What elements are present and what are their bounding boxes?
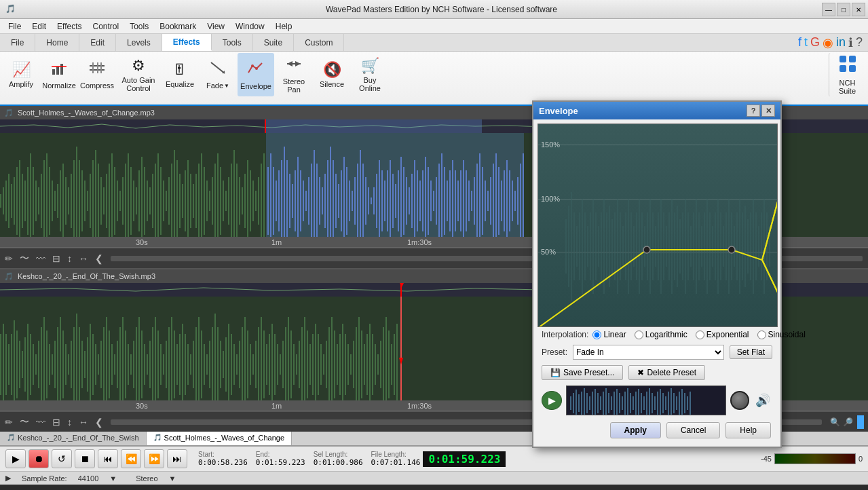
svg-rect-124 [270,153,271,237]
prev-button[interactable]: ⏮ [98,449,118,468]
sample-rate-dropdown[interactable]: ▼ [109,474,117,483]
forward-button[interactable]: ⏩ [144,449,164,468]
stereo-dropdown[interactable]: ▼ [169,474,176,483]
cancel-button[interactable]: Cancel [666,422,720,438]
menu-help[interactable]: Help [270,20,298,33]
rss-icon[interactable]: ◉ [823,35,833,50]
track-2-zoom-out2-icon[interactable]: 🔎 [843,417,853,427]
menu-control[interactable]: Control [88,20,125,33]
svg-rect-324 [269,334,270,395]
tab-effects[interactable]: Effects [162,34,212,51]
rewind-button[interactable]: ⏪ [121,449,141,468]
help-button[interactable]: Help [725,422,771,438]
ribbon-compress[interactable]: Compress [79,53,115,96]
start-label: Start: [198,451,248,458]
envelope-canvas[interactable]: 150% 100% 50% [537,124,778,327]
ribbon-auto-gain[interactable]: ⚙ Auto Gain Control [117,53,160,96]
track-2-wave3-icon[interactable]: ⊟ [50,415,62,429]
radio-logarithmic[interactable]: Logarithmic [635,330,687,339]
track-1-zoom-in-icon[interactable]: ↕ [65,252,74,265]
track-2-arrow-icon[interactable]: ❮ [93,415,105,429]
save-preset-button[interactable]: 💾 Save Preset... [542,365,623,380]
track-1-edit-icon[interactable]: ✏ [3,252,15,265]
track-1-arrow-icon[interactable]: ❮ [93,252,105,265]
info-icon[interactable]: ℹ [848,35,853,50]
radio-linear-input[interactable] [592,331,601,339]
radio-exponential-input[interactable] [696,331,704,339]
minimize-button[interactable]: — [822,3,835,16]
radio-linear[interactable]: Linear [592,330,626,339]
sample-rate-arrow[interactable]: ▶ [5,474,11,483]
ribbon-buy-online[interactable]: 🛒 Buy Online [352,53,388,96]
track-1-wave1-icon[interactable]: 〜 [18,251,31,266]
play-button[interactable]: ▶ [5,449,26,468]
google-icon[interactable]: G [810,35,820,50]
envelope-node-2[interactable] [728,246,735,253]
track-2-wave2-icon[interactable]: 〰 [34,415,48,429]
menu-view[interactable]: View [202,20,230,33]
fade-dropdown-icon[interactable]: ▼ [224,83,229,89]
tab-levels[interactable]: Levels [116,34,162,51]
ribbon-normalize[interactable]: Normalize [41,53,77,96]
facebook-icon[interactable]: f [798,35,801,50]
svg-rect-193 [457,181,459,221]
envelope-node-1[interactable] [643,246,650,253]
svg-rect-258 [90,324,91,400]
dialog-help-button[interactable]: ? [747,105,760,117]
tab-file[interactable]: File [0,34,35,51]
ribbon-stereo-pan[interactable]: Stereo Pan [276,53,312,96]
maximize-button[interactable]: □ [837,3,850,16]
delete-preset-button[interactable]: ✖ Delete Preset [628,365,705,380]
help-ribbon-icon[interactable]: ? [856,35,863,50]
track-1-wave2-icon[interactable]: 〰 [34,252,48,265]
menu-file[interactable]: File [3,20,26,33]
ribbon-nch-suite[interactable]: NCH Suite [829,53,865,96]
tab-custom[interactable]: Custom [294,34,344,51]
ribbon-amplify[interactable]: 📈 Amplify [3,53,39,96]
file-tab-keshco[interactable]: 🎵 Keshco_-_20_-_End_Of_The_Swish [0,430,147,445]
svg-rect-96 [195,174,197,228]
radio-sinusoidal-input[interactable] [757,331,766,339]
set-flat-button[interactable]: Set Flat [730,345,772,359]
tab-tools[interactable]: Tools [212,34,253,51]
radio-logarithmic-input[interactable] [635,331,643,339]
preset-select[interactable]: Fade In Fade Out Fade In/Out [573,345,724,360]
menu-window[interactable]: Window [230,20,270,33]
track-2-zoom-icon[interactable]: 🔍 [830,417,840,427]
loop-button[interactable]: ↺ [52,449,72,468]
tab-home[interactable]: Home [35,34,79,51]
track-1-zoom-out-icon[interactable]: ↔ [77,252,90,265]
ribbon-envelope[interactable]: Envelope [238,53,274,96]
record-button[interactable]: ⏺ [29,449,49,468]
tab-suite[interactable]: Suite [253,34,294,51]
preview-play-button[interactable]: ▶ [542,391,562,410]
ribbon-equalize[interactable]: 🎚 Equalize [162,53,198,96]
track-1-wave3-icon[interactable]: ⊟ [50,252,62,265]
linkedin-icon[interactable]: in [836,35,846,50]
envelope-icon [247,59,265,81]
file-tab-scott[interactable]: 🎵 Scott_Holmes_-_Waves_of_Change [147,430,293,445]
menu-tools[interactable]: Tools [124,20,154,33]
stop-button[interactable]: ⏹ [75,449,95,468]
ribbon-fade[interactable]: Fade ▼ [200,53,236,96]
menu-effects[interactable]: Effects [52,20,87,33]
tab-edit[interactable]: Edit [79,34,116,51]
volume-knob[interactable] [730,391,749,410]
menu-edit[interactable]: Edit [26,20,52,33]
svg-rect-318 [252,354,254,375]
dialog-close-button[interactable]: ✕ [761,105,775,117]
menu-bookmark[interactable]: Bookmark [154,20,202,33]
svg-rect-88 [174,150,175,237]
twitter-icon[interactable]: t [804,35,808,50]
ribbon-silence[interactable]: 🔇 Silence [314,53,350,96]
next-button[interactable]: ⏭ [167,449,187,468]
track-2-wave1-icon[interactable]: 〜 [18,415,31,430]
close-button[interactable]: ✕ [852,3,865,16]
track-2-zoom-out-icon[interactable]: ↔ [77,415,90,429]
apply-button[interactable]: Apply [610,422,661,438]
svg-rect-46 [60,170,61,231]
radio-exponential[interactable]: Exponential [696,330,749,339]
track-2-edit-icon[interactable]: ✏ [3,415,15,429]
track-2-zoom-in-icon[interactable]: ↕ [65,415,74,429]
radio-sinusoidal[interactable]: Sinusoidal [757,330,806,339]
